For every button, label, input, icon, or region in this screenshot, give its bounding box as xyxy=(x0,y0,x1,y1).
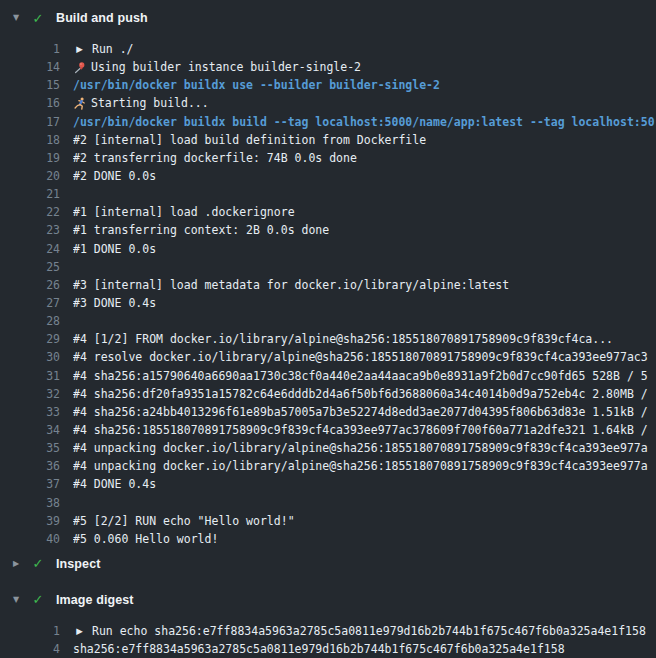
log-text-container: #4 sha256:a24bb4013296f61e89ba57005a7b3e… xyxy=(73,405,648,419)
line-number[interactable]: 14 xyxy=(0,60,60,74)
log-group-image-digest: 1▶Run echo sha256:e7ff8834a5963a2785c5a0… xyxy=(0,622,656,658)
log-text-container: #3 DONE 0.4s xyxy=(73,296,156,310)
log-line: 39#5 [2/2] RUN echo "Hello world!" xyxy=(0,512,656,530)
line-number[interactable]: 21 xyxy=(0,187,60,201)
log-text-container: #1 DONE 0.0s xyxy=(73,242,156,256)
log-text-container: /usr/bin/docker buildx use --builder bui… xyxy=(73,78,440,92)
line-number[interactable]: 28 xyxy=(0,314,60,328)
log-text: #4 sha256:185518070891758909c9f839cf4ca3… xyxy=(73,423,648,437)
log-text: #4 unpacking docker.io/library/alpine@sh… xyxy=(73,459,648,473)
log-line: 29#4 [1/2] FROM docker.io/library/alpine… xyxy=(0,330,656,348)
line-number[interactable]: 31 xyxy=(0,369,60,383)
log-text: #5 0.060 Hello world! xyxy=(73,532,218,546)
log-line: 36#4 unpacking docker.io/library/alpine@… xyxy=(0,457,656,475)
line-number[interactable]: 26 xyxy=(0,278,60,292)
line-number[interactable]: 4 xyxy=(0,642,60,656)
log-text: #4 sha256:df20fa9351a15782c64e6dddb2d4a6… xyxy=(73,387,648,401)
line-number[interactable]: 34 xyxy=(0,423,60,437)
log-text: sha256:e7ff8834a5963a2785c5a0811e979d16b… xyxy=(73,642,565,656)
log-text-container: #4 DONE 0.4s xyxy=(73,477,156,491)
log-group-build-and-push: 1▶Run ./14Using builder instance builder… xyxy=(0,40,656,548)
log-text: #5 [2/2] RUN echo "Hello world!" xyxy=(73,514,295,528)
line-number[interactable]: 23 xyxy=(0,223,60,237)
line-number[interactable]: 33 xyxy=(0,405,60,419)
line-number[interactable]: 35 xyxy=(0,441,60,455)
log-line: 37#4 DONE 0.4s xyxy=(0,475,656,493)
line-number[interactable]: 19 xyxy=(0,151,60,165)
log-text: #2 DONE 0.0s xyxy=(73,169,156,183)
log-line: 32#4 sha256:df20fa9351a15782c64e6dddb2d4… xyxy=(0,385,656,403)
section-header-build-and-push[interactable]: ▼✓Build and push xyxy=(0,6,656,30)
check-icon: ✓ xyxy=(31,557,45,570)
log-text-container: #4 unpacking docker.io/library/alpine@sh… xyxy=(73,441,648,455)
log-text: #3 DONE 0.4s xyxy=(73,296,156,310)
line-number[interactable]: 32 xyxy=(0,387,60,401)
line-number[interactable]: 15 xyxy=(0,78,60,92)
log-line: 1▶Run ./ xyxy=(0,40,656,58)
log-line: 35#4 unpacking docker.io/library/alpine@… xyxy=(0,439,656,457)
chevron-right-icon[interactable]: ▶ xyxy=(10,560,22,568)
log-text: Run ./ xyxy=(92,42,134,56)
log-text-container: #2 [internal] load build definition from… xyxy=(73,133,426,147)
log-text-container: #4 sha256:a15790640a6690aa1730c38cf0a440… xyxy=(73,369,648,383)
log-text-container: /usr/bin/docker buildx build --tag local… xyxy=(73,115,655,129)
play-icon[interactable]: ▶ xyxy=(73,44,86,54)
log-text: Starting build... xyxy=(91,96,209,110)
log-text-container: #3 [internal] load metadata for docker.i… xyxy=(73,278,509,292)
line-number[interactable]: 17 xyxy=(0,115,60,129)
play-icon[interactable]: ▶ xyxy=(73,626,86,636)
log-text: #4 unpacking docker.io/library/alpine@sh… xyxy=(73,441,648,455)
section-header-inspect[interactable]: ▶✓Inspect xyxy=(0,552,656,576)
log-line: 34#4 sha256:185518070891758909c9f839cf4c… xyxy=(0,421,656,439)
section-title: Image digest xyxy=(56,593,134,607)
chevron-down-icon[interactable]: ▼ xyxy=(10,14,22,22)
line-number[interactable]: 25 xyxy=(0,260,60,274)
log-text: #2 [internal] load build definition from… xyxy=(73,133,426,147)
log-text-container: #1 transferring context: 2B 0.0s done xyxy=(73,223,329,237)
log-text: Run echo sha256:e7ff8834a5963a2785c5a081… xyxy=(92,624,646,638)
log-line: 14Using builder instance builder-single-… xyxy=(0,58,656,76)
chevron-down-icon[interactable]: ▼ xyxy=(10,596,22,604)
line-number[interactable]: 24 xyxy=(0,242,60,256)
log-text: #1 DONE 0.0s xyxy=(73,242,156,256)
log-line: 38 xyxy=(0,494,656,512)
section-title: Inspect xyxy=(56,557,100,571)
line-number[interactable]: 40 xyxy=(0,532,60,546)
line-number[interactable]: 30 xyxy=(0,350,60,364)
line-number[interactable]: 36 xyxy=(0,459,60,473)
log-text-container: sha256:e7ff8834a5963a2785c5a0811e979d16b… xyxy=(73,642,565,656)
log-line: 17/usr/bin/docker buildx build --tag loc… xyxy=(0,113,656,131)
check-icon: ✓ xyxy=(31,593,45,606)
log-text-container: Starting build... xyxy=(73,96,209,110)
line-number[interactable]: 1 xyxy=(0,42,60,56)
section-header-image-digest[interactable]: ▼✓Image digest xyxy=(0,588,656,612)
line-number[interactable]: 39 xyxy=(0,514,60,528)
log-text: Using builder instance builder-single-2 xyxy=(91,60,361,74)
log-text: #1 transferring context: 2B 0.0s done xyxy=(73,223,329,237)
line-number[interactable]: 27 xyxy=(0,296,60,310)
log-text: #4 resolve docker.io/library/alpine@sha2… xyxy=(73,350,648,364)
log-line: 20#2 DONE 0.0s xyxy=(0,167,656,185)
log-line: 21 xyxy=(0,185,656,203)
line-number[interactable]: 20 xyxy=(0,169,60,183)
line-number[interactable]: 16 xyxy=(0,96,60,110)
line-number[interactable]: 38 xyxy=(0,496,60,510)
check-icon: ✓ xyxy=(31,12,45,25)
line-number[interactable]: 22 xyxy=(0,205,60,219)
log-text: #1 [internal] load .dockerignore xyxy=(73,205,295,219)
line-number[interactable]: 37 xyxy=(0,477,60,491)
log-text: /usr/bin/docker buildx build --tag local… xyxy=(73,115,655,129)
line-number[interactable]: 29 xyxy=(0,332,60,346)
log-line: 24#1 DONE 0.0s xyxy=(0,240,656,258)
log-text-container: #2 transferring dockerfile: 74B 0.0s don… xyxy=(73,151,357,165)
line-number[interactable]: 18 xyxy=(0,133,60,147)
log-text-container: #5 [2/2] RUN echo "Hello world!" xyxy=(73,514,295,528)
log-line: 33#4 sha256:a24bb4013296f61e89ba57005a7b… xyxy=(0,403,656,421)
log-text-container: #1 [internal] load .dockerignore xyxy=(73,205,295,219)
log-line: 30#4 resolve docker.io/library/alpine@sh… xyxy=(0,348,656,366)
log-line: 23#1 transferring context: 2B 0.0s done xyxy=(0,221,656,239)
line-number[interactable]: 1 xyxy=(0,624,60,638)
log-text: #3 [internal] load metadata for docker.i… xyxy=(73,278,509,292)
log-text: /usr/bin/docker buildx use --builder bui… xyxy=(73,78,440,92)
log-line: 22#1 [internal] load .dockerignore xyxy=(0,203,656,221)
